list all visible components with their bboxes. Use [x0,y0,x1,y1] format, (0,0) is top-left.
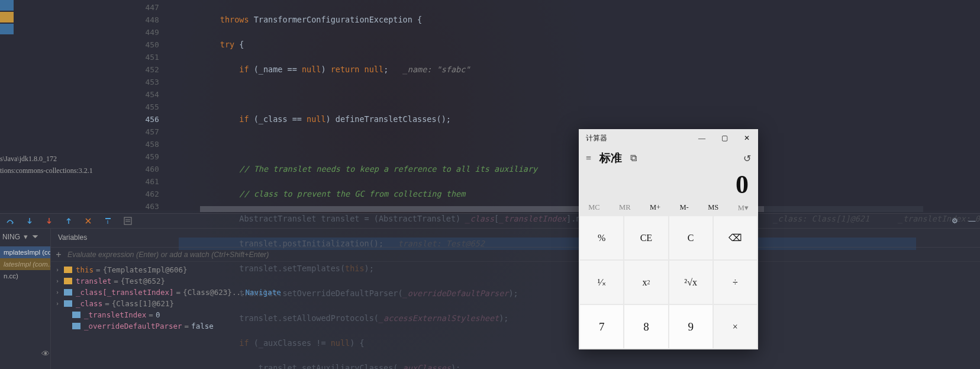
history-icon[interactable]: ↺ [743,153,751,164]
percent-button[interactable]: % [580,216,623,259]
calc-titlebar[interactable]: 计算器 — ▢ ✕ [579,129,758,147]
minimize-button[interactable]: — [691,129,713,147]
filter-icon[interactable]: ▾ [24,232,28,241]
glasses-icon [72,312,80,318]
stack-frame[interactable]: mplatesImpl (co... [0,246,50,258]
editor-horizontal-scrollbar[interactable] [200,206,923,212]
backspace-button[interactable]: ⌫ [714,216,757,259]
mr-button[interactable]: MR [619,203,630,213]
stack-frame[interactable]: n.cc) [0,270,50,282]
glasses-icon [64,300,72,307]
debug-panel: NING ▾ ⏷ mplatesImpl (co... latesImpl (c… [0,228,980,369]
settings-icon[interactable]: ⚙ [950,217,959,226]
divide-button[interactable]: ÷ [714,261,757,304]
frames-panel[interactable]: NING ▾ ⏷ mplatesImpl (co... latesImpl (c… [0,229,51,369]
minimize-panel-icon[interactable]: — [968,217,976,226]
calc-title: 计算器 [579,133,691,143]
calc-memory-bar: MC MR M+ M- MS M▾ [579,201,758,216]
funnel-icon[interactable]: ⏷ [31,232,39,241]
keep-on-top-icon[interactable]: ⧉ [630,153,637,163]
reciprocal-button[interactable]: ¹⁄ₓ [580,261,623,304]
digit-7-button[interactable]: 7 [580,305,623,348]
digit-8-button[interactable]: 8 [624,305,668,348]
hamburger-icon[interactable]: ≡ [586,153,591,163]
calculator-window[interactable]: 计算器 — ▢ ✕ ≡ 标准 ⧉ ↺ 0 MC MR M+ M- MS M▾ %… [579,129,758,349]
project-info: s\Java\jdk1.8.0_172 tions:commons-collec… [0,153,93,177]
variables-tree[interactable]: ›this={TemplatesImpl@606} ›translet={Tes… [51,262,980,332]
square-button[interactable]: x2 [624,261,668,304]
mview-button[interactable]: M▾ [738,203,749,213]
glasses-icon [72,323,80,329]
step-out-icon[interactable] [65,217,73,226]
force-step-into-icon[interactable] [45,217,54,226]
digit-9-button[interactable]: 9 [669,305,713,348]
close-button[interactable]: ✕ [736,129,758,147]
stack-frame[interactable]: latesImpl (com... [0,258,50,270]
calc-display: 0 [579,166,758,201]
watch-expression-input[interactable]: Evaluate expression (Enter) or add a wat… [66,251,980,259]
multiply-button[interactable]: × [714,305,757,348]
watch-toggle-icon[interactable]: 👁 [41,349,50,358]
maximize-button[interactable]: ▢ [713,129,736,147]
c-button[interactable]: C [669,216,713,259]
ce-button[interactable]: CE [624,216,668,259]
object-icon [64,278,72,284]
sqrt-button[interactable]: ²√x [669,261,713,304]
mc-button[interactable]: MC [588,203,599,213]
mminus-button[interactable]: M- [680,203,689,213]
evaluate-icon[interactable] [123,217,132,226]
add-watch-button[interactable]: + [51,249,66,260]
variables-title: Variables [51,229,980,248]
running-label: NING [2,233,20,241]
step-over-icon[interactable] [6,217,15,226]
glasses-icon [64,289,72,296]
run-to-cursor-icon[interactable] [104,217,112,226]
ms-button[interactable]: MS [708,203,718,213]
step-into-icon[interactable] [25,217,34,226]
svg-rect-1 [124,217,131,224]
line-numbers: 447 448 449 450 451 452 453 454 455 456 … [138,0,163,210]
mplus-button[interactable]: M+ [650,203,660,213]
object-icon [64,267,72,273]
gutter-icons [163,0,182,210]
code-editor[interactable]: s\Java\jdk1.8.0_172 tions:commons-collec… [0,0,980,210]
drop-frame-icon[interactable] [84,217,93,226]
calc-mode-label: 标准 [599,150,622,166]
editor-left-margin: s\Java\jdk1.8.0_172 tions:commons-collec… [0,0,138,210]
debug-toolbar: ⚙ — [0,213,980,228]
svg-rect-0 [105,218,111,219]
navigate-link[interactable]: Navigate [245,288,281,297]
